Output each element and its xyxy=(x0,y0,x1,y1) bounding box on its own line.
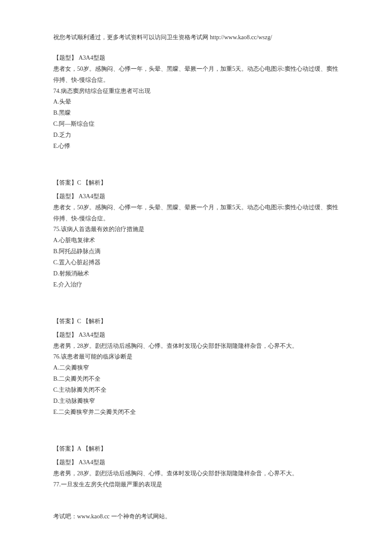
question-77: 【题型】 A3A4型题 患者男，28岁。剧烈活动后感胸闷、心悸。查体时发现心尖部… xyxy=(53,457,339,490)
option-c: C.置入心脏起搏器 xyxy=(53,257,339,268)
question-stem: 患者女，50岁。感胸闷、心悸一年，头晕、黑矇、晕厥一个月，加重5天。动态心电图示… xyxy=(53,64,339,86)
question-stem: 患者男，28岁。剧烈活动后感胸闷、心悸。查体时发现心尖部舒张期隆隆样杂音，心界不… xyxy=(53,468,339,479)
option-e: E.介入治疗 xyxy=(53,279,339,290)
question-type: 【题型】 A3A4型题 xyxy=(53,191,339,202)
option-d: D.主动脉瓣狭窄 xyxy=(53,396,339,407)
question-prompt: 77.一旦发生左房失代偿期最严重的表现是 xyxy=(53,479,339,490)
option-a: A.二尖瓣狭窄 xyxy=(53,362,339,373)
footer-text: 考试吧：www.kao8.cc 一个神奇的考试网站。 xyxy=(53,513,171,520)
option-a: A.心脏电复律术 xyxy=(53,235,339,246)
option-e: E.二尖瓣狭窄并二尖瓣关闭不全 xyxy=(53,407,339,418)
question-type: 【题型】 A3A4型题 xyxy=(53,457,339,468)
answer-label: 【答案】C xyxy=(53,179,81,186)
option-b: B.二尖瓣关闭不全 xyxy=(53,373,339,384)
option-d: D.射频消融术 xyxy=(53,268,339,279)
analysis-label: 【解析】 xyxy=(83,445,107,452)
answer-label: 【答案】A xyxy=(53,445,81,452)
question-type: 【题型】 A3A4型题 xyxy=(53,52,339,64)
analysis-label: 【解析】 xyxy=(83,179,107,186)
header-text: 祝您考试顺利通过，更多考试资料可以访问卫生资格考试网 http://www.ka… xyxy=(53,34,272,40)
answer-label: 【答案】C xyxy=(53,318,81,324)
page-footer: 考试吧：www.kao8.cc 一个神奇的考试网站。 xyxy=(53,511,339,522)
option-c: C.阿—斯综合症 xyxy=(53,119,339,130)
question-prompt: 74.病态窦房结综合征重症患者可出现 xyxy=(53,86,339,97)
answer-75: 【答案】C 【解析】 xyxy=(53,316,339,327)
option-e: E.心悸 xyxy=(53,141,339,152)
question-stem: 患者女，50岁。感胸闷、心悸一年，头晕、黑矇、晕厥一个月，加重5天。动态心电图示… xyxy=(53,202,339,224)
question-type: 【题型】 A3A4型题 xyxy=(53,330,339,341)
answer-74: 【答案】C 【解析】 xyxy=(53,177,339,188)
option-c: C.主动脉瓣关闭不全 xyxy=(53,384,339,396)
question-prompt: 76.该患者最可能的临床诊断是 xyxy=(53,351,339,362)
question-stem: 患者男，28岁。剧烈活动后感胸闷、心悸。查体时发现心尖部舒张期隆隆样杂音，心界不… xyxy=(53,341,339,352)
question-75: 【题型】 A3A4型题 患者女，50岁。感胸闷、心悸一年，头晕、黑矇、晕厥一个月… xyxy=(53,191,339,290)
option-d: D.乏力 xyxy=(53,130,339,141)
option-b: B.黑矇 xyxy=(53,107,339,119)
question-76: 【题型】 A3A4型题 患者男，28岁。剧烈活动后感胸闷、心悸。查体时发现心尖部… xyxy=(53,330,339,418)
option-b: B.阿托品静脉点滴 xyxy=(53,246,339,257)
question-74: 【题型】 A3A4型题 患者女，50岁。感胸闷、心悸一年，头晕、黑矇、晕厥一个月… xyxy=(53,52,339,152)
page-header: 祝您考试顺利通过，更多考试资料可以访问卫生资格考试网 http://www.ka… xyxy=(53,32,339,43)
question-prompt: 75.该病人首选最有效的治疗措施是 xyxy=(53,224,339,235)
analysis-label: 【解析】 xyxy=(83,318,107,324)
answer-76: 【答案】A 【解析】 xyxy=(53,443,339,454)
option-a: A.头晕 xyxy=(53,96,339,107)
